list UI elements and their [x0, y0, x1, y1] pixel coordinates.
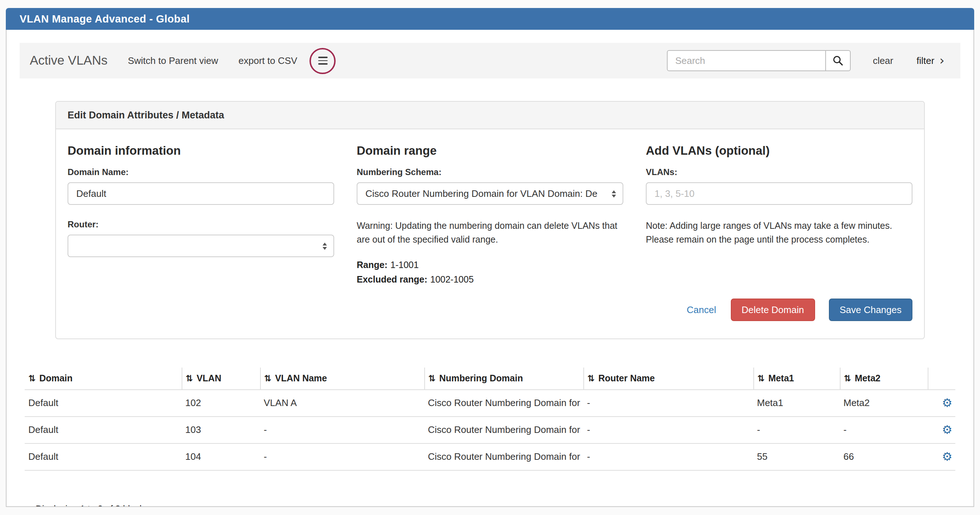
column-header-meta2[interactable]: ⇅Meta2 [840, 367, 928, 390]
column-header-vlan[interactable]: ⇅VLAN [181, 367, 260, 390]
menu-button[interactable] [309, 48, 336, 74]
column-header-numbering-domain[interactable]: ⇅Numbering Domain [424, 367, 583, 390]
cancel-button[interactable]: Cancel [687, 304, 716, 315]
cell-domain: Default [25, 416, 181, 443]
chevron-right-icon: › [939, 54, 944, 67]
vlans-input[interactable] [646, 182, 912, 205]
row-settings-gear-icon[interactable]: ⚙ [942, 396, 952, 410]
sort-icon: ⇅ [186, 374, 193, 383]
domain-name-label: Domain Name: [68, 167, 334, 177]
window-titlebar: VLAN Manage Advanced - Global [6, 8, 974, 30]
sort-icon: ⇅ [28, 374, 36, 383]
cell-vlan: 102 [181, 390, 260, 416]
table-row: Default 102 VLAN A Cisco Router Numberin… [25, 390, 955, 416]
clear-link[interactable]: clear [873, 55, 893, 66]
domain-name-field: Domain Name: [68, 167, 334, 205]
cell-router-name: - [583, 416, 753, 443]
numbering-schema-value: Cisco Router Numbering Domain for VLAN D… [366, 188, 607, 199]
search-input[interactable] [667, 50, 826, 71]
panel-columns: Domain information Domain Name: Router: [68, 144, 912, 287]
search-icon [833, 55, 844, 66]
column-header-router-name[interactable]: ⇅Router Name [583, 367, 753, 390]
save-changes-button[interactable]: Save Changes [829, 299, 912, 321]
router-field: Router: [68, 219, 334, 257]
column-header-meta1[interactable]: ⇅Meta1 [753, 367, 840, 390]
table-row: Default 103 - Cisco Router Numbering Dom… [25, 416, 955, 443]
add-vlans-heading: Add VLANs (optional) [646, 144, 912, 157]
cell-domain: Default [25, 443, 181, 470]
domain-range-heading: Domain range [357, 144, 623, 157]
cell-meta2: 66 [840, 443, 928, 470]
table-footer: Displaying 1 to 3 of 3 blocks [36, 504, 955, 507]
row-settings-gear-icon[interactable]: ⚙ [942, 450, 952, 463]
vlans-note-text: Note: Adding large ranges of VLANs may t… [646, 219, 912, 248]
domain-name-input[interactable] [68, 182, 334, 205]
window-title: VLAN Manage Advanced - Global [20, 13, 189, 25]
numbering-warning-text: Warning: Updating the numbering domain c… [357, 219, 623, 248]
column-header-actions [928, 367, 955, 390]
main-content: Active VLANs Switch to Parent view expor… [6, 30, 974, 507]
table-header-row: ⇅Domain ⇅VLAN ⇅VLAN Name ⇅Numbering Doma… [25, 367, 955, 390]
section-domain-range: Domain range Numbering Schema: Cisco Rou… [357, 144, 623, 287]
page: VLAN Manage Advanced - Global Active VLA… [0, 8, 980, 515]
vlans-table: ⇅Domain ⇅VLAN ⇅VLAN Name ⇅Numbering Doma… [25, 367, 955, 471]
cell-vlan-name: - [260, 416, 424, 443]
filter-link[interactable]: filter › [916, 54, 944, 67]
cell-vlan-name: VLAN A [260, 390, 424, 416]
cell-meta1: - [753, 416, 840, 443]
cell-router-name: - [583, 443, 753, 470]
table-row: Default 104 - Cisco Router Numbering Dom… [25, 443, 955, 470]
vlans-table-wrap: ⇅Domain ⇅VLAN ⇅VLAN Name ⇅Numbering Doma… [25, 367, 955, 507]
export-csv-link[interactable]: export to CSV [239, 55, 298, 66]
cell-vlan: 103 [181, 416, 260, 443]
excluded-range-label: Excluded range: [357, 275, 428, 285]
cell-meta2: Meta2 [840, 390, 928, 416]
footer-suffix: blocks [121, 504, 149, 507]
footer-prefix: Displaying 1 to 3 of [36, 504, 116, 507]
select-arrows-icon [323, 242, 327, 250]
app-window: VLAN Manage Advanced - Global Active VLA… [6, 8, 974, 507]
panel-title: Edit Domain Attributes / Metadata [56, 102, 924, 129]
vlans-label: VLANs: [646, 167, 912, 177]
cell-vlan: 104 [181, 443, 260, 470]
sort-icon: ⇅ [757, 374, 765, 383]
numbering-schema-select[interactable]: Cisco Router Numbering Domain for VLAN D… [357, 182, 623, 205]
sort-icon: ⇅ [428, 374, 436, 383]
router-label: Router: [68, 219, 334, 229]
switch-to-parent-view-link[interactable]: Switch to Parent view [128, 55, 218, 66]
footer-count: 3 [116, 504, 121, 507]
delete-domain-button[interactable]: Delete Domain [730, 299, 815, 321]
panel-body: Domain information Domain Name: Router: [56, 129, 924, 339]
router-select[interactable] [68, 235, 334, 257]
cell-numbering-domain: Cisco Router Numbering Domain for … [424, 443, 583, 470]
excluded-range-value: 1002-1005 [430, 275, 474, 285]
cell-domain: Default [25, 390, 181, 416]
section-domain-information: Domain information Domain Name: Router: [68, 144, 334, 287]
toolbar: Active VLANs Switch to Parent view expor… [20, 43, 960, 78]
numbering-schema-field: Numbering Schema: Cisco Router Numbering… [357, 167, 623, 205]
cell-meta1: Meta1 [753, 390, 840, 416]
column-header-domain[interactable]: ⇅Domain [25, 367, 181, 390]
section-add-vlans: Add VLANs (optional) VLANs: Note: Adding… [646, 144, 912, 287]
search-button[interactable] [826, 50, 851, 71]
router-select-value [76, 241, 318, 251]
domain-information-heading: Domain information [68, 144, 334, 157]
sort-icon: ⇅ [264, 374, 271, 383]
edit-domain-panel: Edit Domain Attributes / Metadata Domain… [55, 101, 925, 339]
panel-actions: Cancel Delete Domain Save Changes [68, 299, 912, 321]
row-settings-gear-icon[interactable]: ⚙ [942, 423, 952, 437]
range-value: 1-1001 [390, 260, 419, 270]
sort-icon: ⇅ [844, 374, 851, 383]
hamburger-icon [318, 57, 327, 65]
numbering-schema-label: Numbering Schema: [357, 167, 623, 177]
sort-icon: ⇅ [587, 374, 595, 383]
cell-router-name: - [583, 390, 753, 416]
select-arrows-icon [612, 190, 616, 197]
range-line: Range:1-1001 [357, 258, 623, 272]
vlans-field: VLANs: [646, 167, 912, 205]
cell-numbering-domain: Cisco Router Numbering Domain for … [424, 390, 583, 416]
toolbar-right-group: clear filter › [667, 50, 944, 71]
page-heading: Active VLANs [30, 53, 108, 68]
cell-vlan-name: - [260, 443, 424, 470]
column-header-vlan-name[interactable]: ⇅VLAN Name [260, 367, 424, 390]
